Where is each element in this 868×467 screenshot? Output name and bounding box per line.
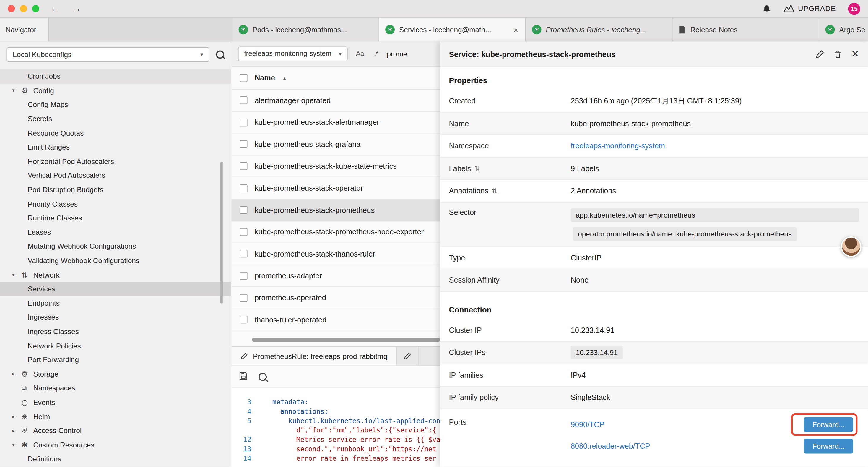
service-row-prometheus-adapter[interactable]: prometheus-adapter (231, 265, 440, 287)
chevron-down-icon[interactable]: ▾ (12, 272, 22, 278)
notifications-bell-icon[interactable] (762, 4, 771, 13)
sidebar-item-services[interactable]: Services (0, 282, 231, 296)
back-arrow-icon[interactable]: ← (51, 4, 60, 13)
detail-value: IPv4 (571, 371, 859, 379)
sidebar-item-leases[interactable]: Leases (0, 225, 231, 239)
dock-tab-partial[interactable] (397, 347, 418, 366)
sidebar-item-namespaces[interactable]: ⧉Namespaces (0, 381, 231, 395)
row-checkbox[interactable] (240, 206, 247, 214)
sidebar-item-storage[interactable]: ▸⛃Storage (0, 367, 231, 381)
regex-toggle[interactable]: .* (372, 49, 380, 59)
sidebar-item-resource-quotas[interactable]: Resource Quotas (0, 126, 231, 140)
chevron-right-icon[interactable]: ▸ (12, 428, 22, 434)
sidebar-item-ingress-classes[interactable]: Ingress Classes (0, 324, 231, 339)
forward-arrow-icon[interactable]: → (72, 4, 82, 13)
sidebar-item-validating-webhook-configurations[interactable]: Validating Webhook Configurations (0, 254, 231, 268)
namespace-select[interactable]: freeleaps-monitoring-system ▾ (238, 46, 348, 61)
sidebar-item-secrets[interactable]: Secrets (0, 112, 231, 126)
save-icon[interactable] (239, 372, 247, 382)
chevron-down-icon[interactable]: ▾ (12, 88, 22, 93)
close-icon[interactable]: ✕ (851, 48, 859, 60)
yaml-editor[interactable]: 3metadata:4 annotations:5 kubectl.kubern… (231, 388, 440, 464)
kubeconfig-select[interactable]: Local Kubeconfigs ▾ (6, 47, 209, 62)
upgrade-button[interactable]: UPGRADE (783, 4, 836, 13)
sidebar-item-network-policies[interactable]: Network Policies (0, 339, 231, 353)
sidebar-item-priority-classes[interactable]: Priority Classes (0, 197, 231, 211)
port-link[interactable]: 9090/TCP (571, 420, 604, 428)
sidebar-item-definitions[interactable]: Definitions (0, 452, 231, 466)
storage-icon: ⛃ (22, 370, 33, 378)
chevron-right-icon[interactable]: ▸ (12, 371, 22, 377)
chevrons-up-down-icon[interactable]: ⇅ (474, 165, 480, 172)
service-row-prometheus-operated[interactable]: prometheus-operated (231, 287, 440, 309)
sidebar-item-endpoints[interactable]: Endpoints (0, 296, 231, 310)
sidebar-item-cron-jobs[interactable]: Cron Jobs (0, 69, 231, 83)
service-row-kube-prometheus-stack-grafana[interactable]: kube-prometheus-stack-grafana (231, 134, 440, 155)
sidebar-item-helm[interactable]: ▸⎈Helm (0, 409, 231, 424)
service-row-alertmanager-operated[interactable]: alertmanager-operated (231, 90, 440, 112)
row-checkbox[interactable] (240, 228, 247, 236)
sidebar-item-access-control[interactable]: ▸⛨Access Control (0, 424, 231, 438)
notification-count-badge[interactable]: 15 (848, 2, 860, 14)
sidebar-item-custom-resources[interactable]: ▾✱Custom Resources (0, 438, 231, 452)
chevrons-up-down-icon[interactable]: ⇅ (492, 187, 497, 195)
dock-tab-active[interactable]: PrometheusRule: freeleaps-prod-rabbitmq (231, 347, 397, 366)
delete-icon[interactable] (833, 50, 842, 59)
sidebar-item-mutating-webhook-configurations[interactable]: Mutating Webhook Configurations (0, 239, 231, 254)
sidebar-item-config-maps[interactable]: Config Maps (0, 97, 231, 112)
row-checkbox[interactable] (240, 162, 247, 170)
select-all-checkbox[interactable] (240, 74, 247, 82)
sidebar-item-runtime-classes[interactable]: Runtime Classes (0, 211, 231, 225)
name-column-header[interactable]: Name (255, 74, 275, 82)
row-checkbox[interactable] (240, 294, 247, 301)
sidebar-item-vertical-pod-autoscalers[interactable]: Vertical Pod Autoscalers (0, 169, 231, 183)
service-row-kube-prometheus-stack-operator[interactable]: kube-prometheus-stack-operator (231, 177, 440, 199)
tab-strip: ✶Pods - icecheng@mathmas...✶Services - i… (232, 18, 868, 42)
port-link[interactable]: 8080:reloader-web/TCP (571, 442, 650, 450)
row-checkbox[interactable] (240, 184, 247, 192)
editor-search-icon[interactable] (258, 372, 267, 381)
tab-argo-se[interactable]: ✶Argo Se (819, 18, 868, 42)
sidebar-item-network[interactable]: ▾⇅Network (0, 268, 231, 282)
horizontal-scrollbar-thumb[interactable] (252, 338, 440, 342)
tab-close-icon[interactable]: × (513, 25, 519, 34)
sidebar-item-events[interactable]: ◷Events (0, 395, 231, 409)
service-row-kube-prometheus-stack-prometheus[interactable]: kube-prometheus-stack-prometheus (231, 199, 440, 221)
search-icon[interactable] (216, 51, 224, 59)
chevron-down-icon[interactable]: ▾ (12, 442, 22, 448)
minimize-window-button[interactable] (20, 5, 27, 12)
zoom-window-button[interactable] (32, 5, 39, 12)
chevron-right-icon[interactable]: ▸ (12, 414, 22, 419)
sidebar-item-pod-disruption-budgets[interactable]: Pod Disruption Budgets (0, 183, 231, 197)
sidebar-item-limit-ranges[interactable]: Limit Ranges (0, 140, 231, 154)
tab-pods-icecheng-mathmas[interactable]: ✶Pods - icecheng@mathmas... (232, 18, 379, 42)
user-avatar[interactable] (841, 236, 861, 257)
service-row-kube-prometheus-stack-prometheus-node-exporter[interactable]: kube-prometheus-stack-prometheus-node-ex… (231, 222, 440, 243)
row-checkbox[interactable] (240, 250, 247, 258)
search-input[interactable]: prome (387, 50, 407, 58)
row-checkbox[interactable] (240, 140, 247, 148)
namespace-link[interactable]: freeleaps-monitoring-system (571, 142, 665, 150)
forward-button[interactable]: Forward... (804, 438, 853, 454)
sidebar-item-horizontal-pod-autoscalers[interactable]: Horizontal Pod Autoscalers (0, 154, 231, 169)
sidebar-item-port-forwarding[interactable]: Port Forwarding (0, 353, 231, 367)
forward-button[interactable]: Forward... (804, 417, 853, 432)
service-row-kube-prometheus-stack-alertmanager[interactable]: kube-prometheus-stack-alertmanager (231, 112, 440, 134)
match-case-toggle[interactable]: Aa (354, 49, 366, 59)
sidebar-item-ingresses[interactable]: Ingresses (0, 310, 231, 324)
row-checkbox[interactable] (240, 316, 247, 323)
service-row-thanos-ruler-operated[interactable]: thanos-ruler-operated (231, 309, 440, 331)
row-checkbox[interactable] (240, 119, 247, 126)
sidebar-scrollbar[interactable] (220, 162, 223, 303)
tab-prometheus-rules-icecheng[interactable]: ✶Prometheus Rules - icecheng... (526, 18, 673, 42)
edit-icon[interactable] (815, 50, 824, 59)
service-row-kube-prometheus-stack-kube-state-metrics[interactable]: kube-prometheus-stack-kube-state-metrics (231, 155, 440, 177)
tab-release-notes[interactable]: Release Notes (673, 18, 819, 42)
close-window-button[interactable] (8, 5, 15, 12)
service-row-kube-prometheus-stack-thanos-ruler[interactable]: kube-prometheus-stack-thanos-ruler (231, 243, 440, 265)
row-checkbox[interactable] (240, 272, 247, 280)
row-checkbox[interactable] (240, 97, 247, 104)
sidebar-item-config[interactable]: ▾⚙Config (0, 83, 231, 97)
detail-label: Labels⇅ (449, 164, 571, 173)
tab-services-icecheng-math[interactable]: ✶Services - icecheng@math...× (379, 18, 526, 42)
